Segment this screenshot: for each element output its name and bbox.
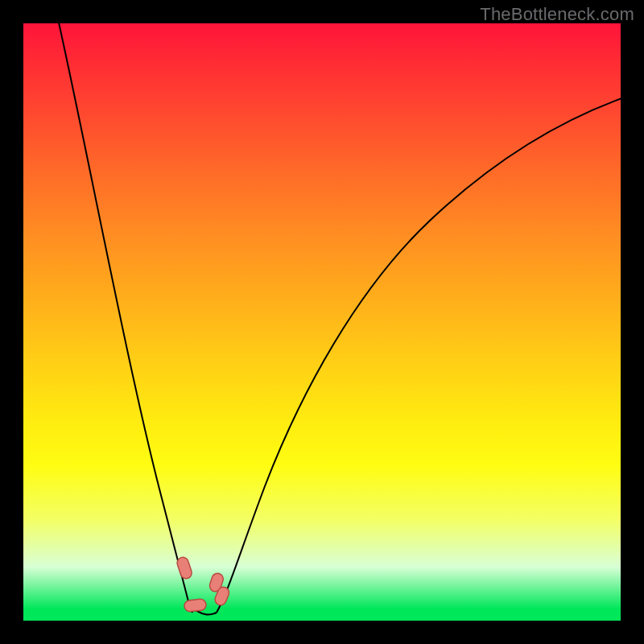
curve-left-branch <box>57 15 192 613</box>
chart-svg <box>23 23 621 621</box>
data-marker <box>184 599 206 613</box>
attribution-label: TheBottleneck.com <box>480 4 634 25</box>
bottleneck-chart-stage: TheBottleneck.com <box>0 0 644 644</box>
data-marker <box>175 555 193 580</box>
curve-right-branch <box>217 96 629 613</box>
